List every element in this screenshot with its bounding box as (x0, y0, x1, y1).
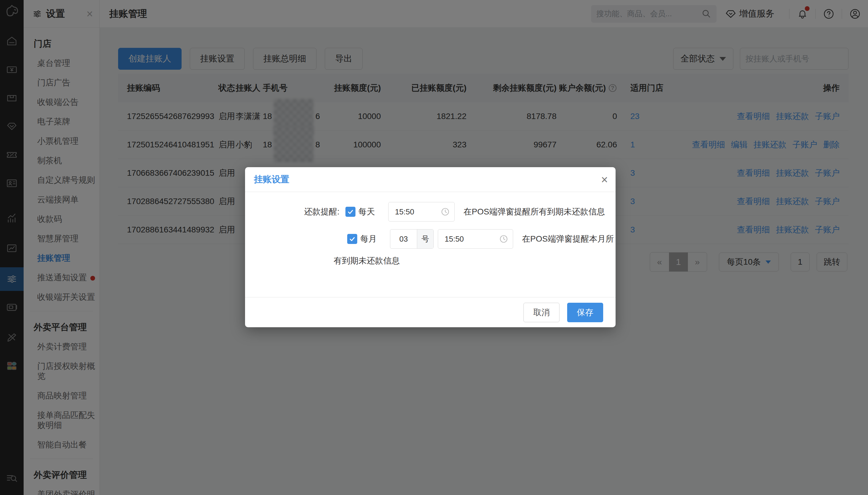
daily-checkbox[interactable] (345, 207, 355, 217)
monthly-time-picker[interactable] (438, 229, 513, 249)
daily-time-input[interactable] (395, 207, 441, 217)
modal-footer: 取消 保存 (245, 297, 615, 327)
reminder-label: 还款提醒: (304, 206, 340, 217)
clock-icon (441, 207, 450, 216)
monthly-checkbox[interactable] (347, 234, 357, 244)
cancel-button[interactable]: 取消 (523, 303, 559, 322)
daily-label: 每天 (359, 206, 375, 217)
modal-title: 挂账设置 (254, 173, 601, 186)
check-icon (348, 235, 356, 243)
save-button[interactable]: 保存 (567, 303, 603, 322)
monthly-reminder-row: 每月 号 在POS端弹窗提醒本月所 (347, 229, 615, 249)
modal-close-icon[interactable]: × (601, 174, 608, 186)
app-root: 设置 × 门店 桌台管理 门店广告 收银端公告 电子菜牌 小票机管理 制茶机 自… (0, 0, 868, 495)
day-suffix-label: 号 (417, 229, 433, 249)
monthly-desc-line1: 在POS端弹窗提醒本月所 (522, 233, 614, 244)
monthly-label: 每月 (360, 233, 377, 244)
clock-icon (499, 235, 508, 243)
daily-reminder-row: 还款提醒: 每天 在POS端弹窗提醒所有到期未还款信息 (304, 202, 615, 222)
monthly-day-input[interactable] (395, 235, 413, 244)
check-icon (347, 208, 354, 216)
monthly-time-input[interactable] (445, 235, 499, 244)
monthly-day-picker[interactable]: 号 (390, 229, 434, 249)
monthly-desc-line2: 有到期未还款信息 (334, 255, 615, 267)
daily-desc: 在POS端弹窗提醒所有到期未还款信息 (464, 206, 605, 217)
credit-settings-modal: 挂账设置 × 还款提醒: 每天 在POS端弹窗提醒所有到期未还款信息 每月 号 (245, 167, 615, 327)
modal-header: 挂账设置 × (245, 167, 615, 192)
daily-time-picker[interactable] (388, 202, 455, 222)
